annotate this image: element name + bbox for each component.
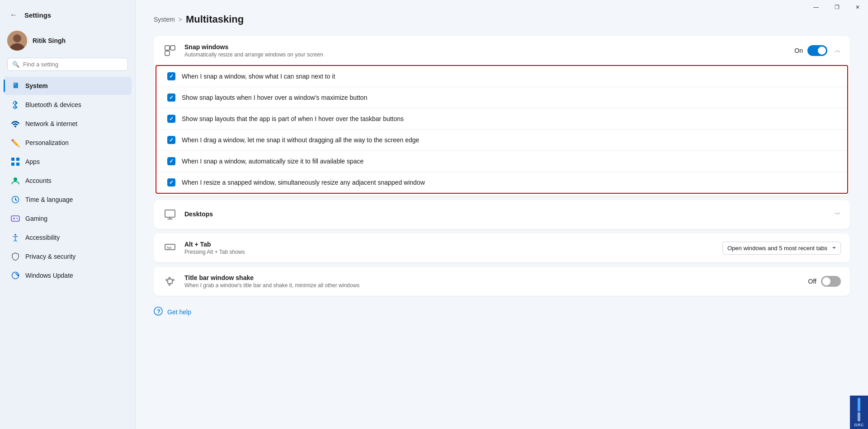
svg-text:?: ?	[157, 308, 160, 315]
snap-option-3-checkbox[interactable]: ✓	[167, 115, 175, 123]
svg-rect-18	[170, 46, 175, 50]
title-bar-shake-title: Title bar window shake	[184, 274, 801, 281]
grc-badge: GRC	[850, 396, 868, 429]
snap-windows-title: Snap windows	[184, 43, 787, 51]
svg-point-1	[13, 34, 21, 42]
gaming-icon	[11, 214, 20, 223]
svg-point-8	[14, 177, 17, 181]
sidebar-item-label: Gaming	[25, 215, 47, 222]
title-bar-shake-controls: Off	[808, 276, 841, 287]
app-title: Settings	[24, 11, 51, 19]
snap-windows-controls: On ︿	[794, 45, 841, 56]
sidebar-header: ← Settings	[0, 7, 135, 27]
sidebar: ← Settings Ritik Singh 🔍 🖥 System Blue	[0, 0, 136, 429]
main-content: System > Multitasking Snap windows Autom…	[136, 0, 868, 429]
snap-chevron-icon[interactable]: ︿	[835, 47, 841, 55]
help-icon: ?	[154, 307, 163, 317]
svg-text:Tab: Tab	[166, 246, 171, 249]
sidebar-item-bluetooth[interactable]: Bluetooth & devices	[4, 96, 132, 114]
sidebar-item-privacy[interactable]: Privacy & security	[4, 247, 132, 266]
search-input[interactable]	[23, 61, 123, 68]
title-bar-shake-header[interactable]: Title bar window shake When I grab a win…	[154, 267, 850, 296]
shake-toggle-label: Off	[808, 278, 816, 285]
sidebar-item-label: Network & internet	[25, 120, 77, 127]
back-button[interactable]: ←	[7, 10, 20, 20]
maximize-button[interactable]: ❐	[826, 0, 847, 14]
search-box[interactable]: 🔍	[7, 58, 128, 71]
desktops-header[interactable]: Desktops ﹀	[154, 200, 850, 229]
sidebar-item-label: Privacy & security	[25, 253, 75, 260]
get-help-link[interactable]: ? Get help	[154, 307, 850, 317]
snap-windows-header[interactable]: Snap windows Automatically resize and ar…	[154, 36, 850, 65]
get-help-label: Get help	[167, 308, 191, 316]
update-icon	[11, 271, 20, 280]
snap-option-5: ✓ When I snap a window, automatically si…	[156, 151, 847, 172]
svg-point-3	[14, 126, 16, 127]
sidebar-item-time[interactable]: Time & language	[4, 191, 132, 209]
alt-tab-icon: Tab	[163, 241, 177, 255]
title-bar-shake-icon	[163, 274, 177, 289]
snap-option-4-checkbox[interactable]: ✓	[167, 136, 175, 144]
snap-option-5-checkbox[interactable]: ✓	[167, 157, 175, 165]
grc-bar-1	[858, 398, 860, 411]
alt-tab-header: Tab Alt + Tab Pressing Alt + Tab shows O…	[154, 233, 850, 262]
close-button[interactable]: ✕	[847, 0, 868, 14]
alt-tab-controls: Open windows only Open windows and 3 mos…	[722, 242, 841, 255]
personalization-icon: ✏️	[11, 138, 20, 147]
sidebar-item-label: Apps	[25, 158, 40, 165]
sidebar-item-update[interactable]: Windows Update	[4, 266, 132, 284]
svg-rect-10	[11, 216, 19, 221]
svg-rect-7	[16, 163, 19, 166]
snap-option-6-label: When I resize a snapped window, simultan…	[182, 179, 425, 186]
snap-option-6: ✓ When I resize a snapped window, simult…	[156, 172, 847, 193]
alt-tab-dropdown[interactable]: Open windows only Open windows and 3 mos…	[722, 242, 841, 255]
svg-rect-25	[168, 279, 172, 284]
window-controls: — ❐ ✕	[806, 0, 868, 14]
accounts-icon	[11, 176, 20, 185]
snap-option-4-label: When I drag a window, let me snap it wit…	[182, 136, 419, 144]
snap-option-3: ✓ Show snap layouts that the app is part…	[156, 108, 847, 130]
desktops-chevron-icon[interactable]: ﹀	[835, 210, 841, 219]
snap-toggle-knob	[818, 47, 826, 55]
breadcrumb-parent[interactable]: System	[154, 16, 175, 23]
sidebar-item-accounts[interactable]: Accounts	[4, 172, 132, 190]
svg-rect-20	[165, 210, 175, 217]
snap-option-2: ✓ Show snap layouts when I hover over a …	[156, 87, 847, 108]
apps-icon	[11, 157, 20, 166]
svg-rect-5	[16, 158, 19, 161]
snap-toggle-label: On	[794, 47, 803, 54]
snap-toggle[interactable]	[807, 45, 827, 56]
sidebar-item-label: Time & language	[25, 196, 73, 203]
search-icon: 🔍	[12, 61, 19, 68]
title-bar-shake-title-area: Title bar window shake When I grab a win…	[184, 274, 801, 289]
user-name: Ritik Singh	[33, 37, 66, 44]
snap-option-5-label: When I snap a window, automatically size…	[182, 158, 363, 165]
privacy-icon	[11, 252, 20, 261]
sidebar-item-accessibility[interactable]: Accessibility	[4, 228, 132, 247]
snap-option-6-checkbox[interactable]: ✓	[167, 178, 175, 187]
breadcrumb-separator: >	[179, 16, 182, 23]
svg-rect-19	[165, 51, 170, 56]
sidebar-item-network[interactable]: Network & internet	[4, 115, 132, 133]
snap-option-1-checkbox[interactable]: ✓	[167, 72, 175, 80]
sidebar-item-label: System	[25, 82, 48, 89]
user-section: Ritik Singh	[0, 27, 135, 58]
time-icon	[11, 195, 20, 204]
snap-option-3-label: Show snap layouts that the app is part o…	[182, 115, 404, 122]
desktops-card: Desktops ﹀	[154, 200, 850, 229]
sidebar-item-label: Accounts	[25, 177, 52, 184]
minimize-button[interactable]: —	[806, 0, 826, 14]
alt-tab-subtitle: Pressing Alt + Tab shows	[184, 249, 715, 255]
snap-option-2-checkbox[interactable]: ✓	[167, 93, 175, 102]
snap-windows-icon	[163, 43, 177, 58]
snap-options-container: ✓ When I snap a window, show what I can …	[156, 65, 848, 194]
sidebar-item-gaming[interactable]: Gaming	[4, 210, 132, 228]
sidebar-item-apps[interactable]: Apps	[4, 153, 132, 171]
sidebar-item-personalization[interactable]: ✏️ Personalization	[4, 134, 132, 152]
network-icon	[11, 119, 20, 128]
sidebar-item-system[interactable]: 🖥 System	[4, 77, 132, 95]
shake-toggle[interactable]	[821, 276, 841, 287]
svg-point-15	[14, 234, 16, 236]
svg-rect-4	[11, 158, 14, 161]
sidebar-item-label: Accessibility	[25, 234, 60, 241]
